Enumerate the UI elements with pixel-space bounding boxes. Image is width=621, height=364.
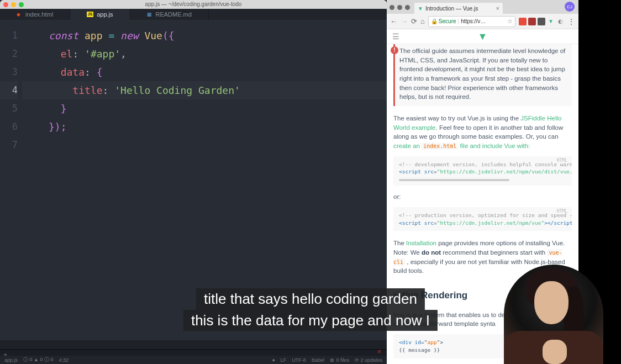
editor-titlebar: app.js — ~/dev/coding.garden/vue-todo xyxy=(0,0,387,9)
tab-label: index.html xyxy=(25,11,53,18)
status-cursor: 4:32 xyxy=(59,357,69,363)
or-text: or: xyxy=(393,192,572,202)
inline-code: index.html xyxy=(422,143,458,150)
code-block-prod[interactable]: HTML <!-- production version, optimized … xyxy=(393,207,572,231)
address-bar[interactable]: 🔒 Secure | https://v… ☆ xyxy=(428,16,515,27)
caption-line: title that says hello coding garden xyxy=(196,288,425,310)
close-panel-icon[interactable]: × xyxy=(377,350,381,354)
url-separator: | xyxy=(458,18,460,24)
create-link[interactable]: create an index.html file and include Vu… xyxy=(393,143,530,149)
extension-icon[interactable] xyxy=(538,18,545,25)
vue-devtools-icon[interactable]: ▼ xyxy=(547,18,555,25)
url-text: https://v… xyxy=(461,18,486,24)
line-number: 3 xyxy=(0,63,18,81)
minimize-icon[interactable] xyxy=(397,5,402,10)
status-bar: app.js ⓘ 0 ▲ 0 ⓘ 0 4:32 ● LF UTF-8 Babel… xyxy=(0,356,387,364)
hamburger-icon[interactable]: ☰ xyxy=(392,32,399,41)
status-item[interactable]: ● xyxy=(272,357,275,363)
status-files[interactable]: 🗎 0 files xyxy=(330,357,349,363)
traffic-lights xyxy=(3,2,24,7)
status-encoding[interactable]: UTF-8 xyxy=(292,357,306,363)
editor-bottom-tab-bar: + × xyxy=(0,349,387,356)
status-errors[interactable]: ⓘ 0 ▲ 0 ⓘ 0 xyxy=(23,356,54,363)
status-eol[interactable]: LF xyxy=(281,357,287,363)
vue-logo-icon[interactable]: ▼ xyxy=(478,31,488,43)
installation-link[interactable]: Installation xyxy=(406,240,436,246)
tab-index-html[interactable]: ◆ index.html xyxy=(0,9,70,20)
tip-text: The official guide assumes intermediate … xyxy=(399,48,565,100)
bookmark-icon[interactable]: ☆ xyxy=(507,18,513,25)
extension-icons: ▼ ◐ xyxy=(519,18,564,25)
browser-traffic-lights xyxy=(390,5,410,10)
minimize-icon[interactable] xyxy=(11,2,16,7)
profile-avatar[interactable]: CJ xyxy=(565,2,575,12)
close-icon[interactable] xyxy=(3,2,8,7)
md-file-icon: ▦ xyxy=(147,12,152,17)
code-lang-badge: HTML xyxy=(557,157,567,164)
browser-tab-title: Introduction — Vue.js xyxy=(425,6,494,12)
menu-icon[interactable]: ⋮ xyxy=(567,17,575,26)
line-gutter: 1 2 3 4 5 6 7 xyxy=(0,20,22,340)
status-linter[interactable]: Babel xyxy=(312,357,324,363)
intro-paragraph: The easiest way to try out Vue.js is usi… xyxy=(393,114,572,151)
line-number: 4 xyxy=(0,81,18,99)
maximize-icon[interactable] xyxy=(19,2,24,7)
presenter-thumbnail xyxy=(504,265,603,364)
status-updates[interactable]: ⟳ 2 updates xyxy=(355,357,382,363)
line-number: 6 xyxy=(0,118,18,136)
editor-tabs: ◆ index.html JS app.js ▦ README.md xyxy=(0,9,387,20)
secure-badge[interactable]: 🔒 Secure xyxy=(431,18,456,24)
reload-icon[interactable]: ⟳ xyxy=(411,17,417,25)
status-filename: app.js xyxy=(4,357,18,363)
extension-icon[interactable]: ◐ xyxy=(556,18,564,25)
close-icon[interactable] xyxy=(390,5,394,10)
video-caption: title that says hello coding garden this… xyxy=(183,288,438,331)
js-file-icon: JS xyxy=(87,12,93,17)
browser-titlebar: ▼ Introduction — Vue.js × CJ xyxy=(387,0,578,14)
back-icon[interactable]: ← xyxy=(390,17,397,25)
warning-tip: ! The official guide assumes intermediat… xyxy=(393,44,572,106)
site-header: ☰ ▼ xyxy=(387,29,578,44)
maximize-icon[interactable] xyxy=(405,5,410,10)
code-comment: <!-- production version, optimized for s… xyxy=(399,212,566,219)
horizontal-scrollbar[interactable] xyxy=(399,179,509,181)
code-lang-badge: HTML xyxy=(557,208,567,215)
close-tab-icon[interactable]: × xyxy=(496,5,499,12)
tab-app-js[interactable]: JS app.js xyxy=(70,9,130,20)
warning-icon: ! xyxy=(391,46,398,54)
browser-toolbar: ← → ⟳ ⌂ 🔒 Secure | https://v… ☆ ▼ ◐ ⋮ xyxy=(387,14,578,29)
vue-favicon-icon: ▼ xyxy=(418,6,423,12)
tab-label: app.js xyxy=(97,11,113,18)
tab-label: README.md xyxy=(156,11,192,18)
extension-icon[interactable] xyxy=(528,18,536,25)
line-number: 2 xyxy=(0,45,18,63)
code-block-dev[interactable]: HTML <!-- development version, includes … xyxy=(393,156,572,186)
forward-icon: → xyxy=(401,17,408,25)
browser-tab[interactable]: ▼ Introduction — Vue.js × xyxy=(414,3,503,14)
caption-line: this is the data for my page and now I xyxy=(183,310,438,331)
code-comment: <!-- development version, includes helpf… xyxy=(399,161,566,168)
line-number: 1 xyxy=(0,27,18,45)
window-title: app.js — ~/dev/coding.garden/vue-todo xyxy=(145,1,242,7)
extension-icon[interactable] xyxy=(519,18,527,25)
html-file-icon: ◆ xyxy=(17,12,22,17)
home-icon[interactable]: ⌂ xyxy=(420,17,425,25)
line-number: 5 xyxy=(0,99,18,118)
tab-readme-md[interactable]: ▦ README.md xyxy=(130,9,209,20)
line-number: 7 xyxy=(0,136,18,154)
